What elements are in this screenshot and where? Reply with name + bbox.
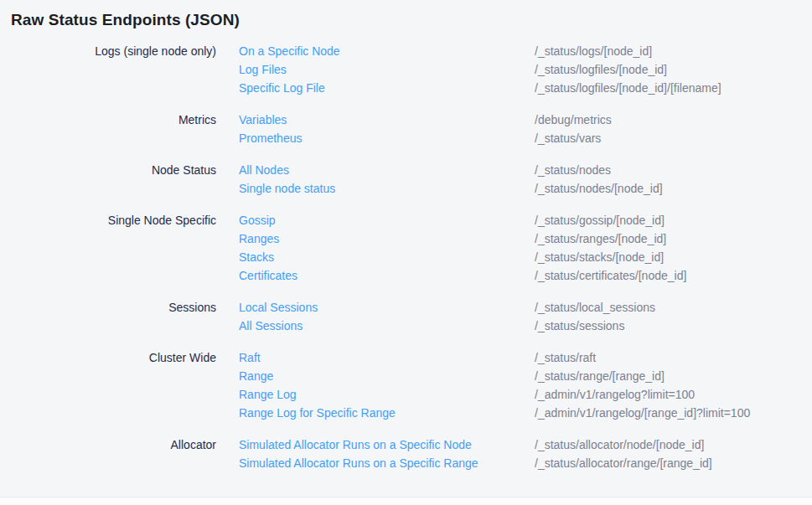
endpoint-path: /_status/range/[range_id] [535, 367, 812, 385]
endpoint-row: Range /_status/range/[range_id] [239, 367, 812, 385]
endpoint-group: Metrics Variables /debug/metrics Prometh… [0, 111, 812, 147]
endpoint-link[interactable]: All Sessions [239, 317, 535, 335]
endpoint-link[interactable]: Simulated Allocator Runs on a Specific R… [239, 454, 535, 472]
endpoint-link[interactable]: Local Sessions [239, 298, 535, 317]
endpoint-path: /_status/logfiles/[node_id]/[filename] [535, 79, 812, 97]
endpoint-row: Log Files /_status/logfiles/[node_id] [239, 60, 812, 79]
endpoint-row: Specific Log File /_status/logfiles/[nod… [239, 79, 812, 97]
category-label: Logs (single node only) [0, 42, 216, 97]
endpoint-link[interactable]: Range Log [239, 385, 535, 404]
endpoint-path: /_status/logs/[node_id] [535, 42, 812, 60]
endpoint-row: Prometheus /_status/vars [239, 129, 812, 147]
endpoint-path: /_status/local_sessions [535, 298, 812, 317]
entry-list: On a Specific Node /_status/logs/[node_i… [239, 42, 812, 97]
endpoint-link[interactable]: All Nodes [239, 161, 535, 179]
endpoint-path: /debug/metrics [535, 111, 812, 129]
endpoint-path: /_status/raft [535, 348, 812, 367]
endpoint-row: Simulated Allocator Runs on a Specific N… [239, 435, 812, 454]
endpoint-link[interactable]: Certificates [239, 266, 535, 285]
category-label: Metrics [0, 111, 216, 147]
endpoint-link[interactable]: Log Files [239, 60, 535, 79]
endpoint-link[interactable]: Gossip [239, 211, 535, 229]
endpoint-path: /_status/gossip/[node_id] [535, 211, 812, 229]
endpoint-row: Variables /debug/metrics [239, 111, 812, 129]
endpoint-path: /_status/nodes/[node_id] [535, 179, 812, 198]
endpoint-group: Logs (single node only) On a Specific No… [0, 42, 812, 97]
entry-list: Local Sessions /_status/local_sessions A… [239, 298, 812, 335]
endpoint-link[interactable]: Prometheus [239, 129, 535, 147]
endpoint-link[interactable]: Specific Log File [239, 79, 535, 97]
endpoint-path: /_status/certificates/[node_id] [535, 266, 812, 285]
category-label: Sessions [0, 298, 216, 335]
endpoint-row: Range Log /_admin/v1/rangelog?limit=100 [239, 385, 812, 404]
endpoint-group: Allocator Simulated Allocator Runs on a … [0, 435, 812, 472]
endpoint-link[interactable]: Stacks [239, 248, 535, 266]
endpoint-path: /_status/stacks/[node_id] [535, 248, 812, 266]
category-label: Cluster Wide [0, 348, 216, 422]
endpoint-row: Local Sessions /_status/local_sessions [239, 298, 812, 317]
endpoint-path: /_admin/v1/rangelog?limit=100 [535, 385, 812, 404]
category-label: Allocator [0, 435, 216, 472]
endpoint-path: /_admin/v1/rangelog/[range_id]?limit=100 [535, 404, 812, 422]
endpoint-link[interactable]: Ranges [239, 229, 535, 248]
endpoint-row: Simulated Allocator Runs on a Specific R… [239, 454, 812, 472]
raw-status-endpoints-page: Raw Status Endpoints (JSON) Logs (single… [0, 11, 812, 472]
endpoint-row: Ranges /_status/ranges/[node_id] [239, 229, 812, 248]
endpoint-path: /_status/allocator/range/[range_id] [535, 454, 812, 472]
endpoint-row: Gossip /_status/gossip/[node_id] [239, 211, 812, 229]
endpoint-row: Stacks /_status/stacks/[node_id] [239, 248, 812, 266]
footer-strip [0, 497, 812, 505]
endpoint-link[interactable]: Range Log for Specific Range [239, 404, 535, 422]
endpoint-link[interactable]: Single node status [239, 179, 535, 198]
endpoint-row: On a Specific Node /_status/logs/[node_i… [239, 42, 812, 60]
endpoint-path: /_status/nodes [535, 161, 812, 179]
endpoint-group: Single Node Specific Gossip /_status/gos… [0, 211, 812, 285]
endpoint-row: Raft /_status/raft [239, 348, 812, 367]
endpoint-row: Range Log for Specific Range /_admin/v1/… [239, 404, 812, 422]
endpoint-path: /_status/logfiles/[node_id] [535, 60, 812, 79]
endpoint-path: /_status/vars [535, 129, 812, 147]
endpoint-row: Single node status /_status/nodes/[node_… [239, 179, 812, 198]
category-label: Node Status [0, 161, 216, 198]
endpoint-link[interactable]: Simulated Allocator Runs on a Specific N… [239, 435, 535, 454]
endpoint-link[interactable]: On a Specific Node [239, 42, 535, 60]
endpoint-groups: Logs (single node only) On a Specific No… [0, 42, 812, 472]
entry-list: Variables /debug/metrics Prometheus /_st… [239, 111, 812, 147]
entry-list: All Nodes /_status/nodes Single node sta… [239, 161, 812, 198]
endpoint-link[interactable]: Raft [239, 348, 535, 367]
endpoint-link[interactable]: Range [239, 367, 535, 385]
entry-list: Simulated Allocator Runs on a Specific N… [239, 435, 812, 472]
endpoint-path: /_status/ranges/[node_id] [535, 229, 812, 248]
endpoint-link[interactable]: Variables [239, 111, 535, 129]
category-label: Single Node Specific [0, 211, 216, 285]
endpoint-path: /_status/sessions [535, 317, 812, 335]
entry-list: Raft /_status/raft Range /_status/range/… [239, 348, 812, 422]
page-title: Raw Status Endpoints (JSON) [11, 11, 812, 29]
endpoint-row: All Sessions /_status/sessions [239, 317, 812, 335]
entry-list: Gossip /_status/gossip/[node_id] Ranges … [239, 211, 812, 285]
endpoint-group: Cluster Wide Raft /_status/raft Range /_… [0, 348, 812, 422]
endpoint-path: /_status/allocator/node/[node_id] [535, 435, 812, 454]
endpoint-row: Certificates /_status/certificates/[node… [239, 266, 812, 285]
endpoint-row: All Nodes /_status/nodes [239, 161, 812, 179]
endpoint-group: Sessions Local Sessions /_status/local_s… [0, 298, 812, 335]
endpoint-group: Node Status All Nodes /_status/nodes Sin… [0, 161, 812, 198]
